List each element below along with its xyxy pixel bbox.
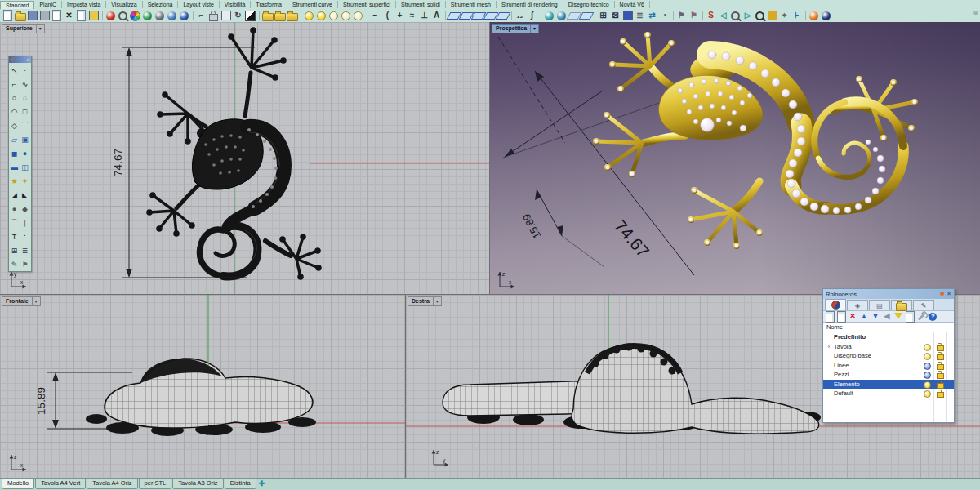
tool-icon-23[interactable]: ʃ (20, 216, 30, 229)
tool-icon-27[interactable]: ≣ (20, 243, 30, 257)
menu-item-seleziona[interactable]: Seleziona (143, 1, 179, 8)
files-tab[interactable] (891, 300, 912, 310)
offset-curve-icon[interactable]: − (369, 10, 381, 22)
color-wheel-icon[interactable] (129, 10, 141, 22)
layer-expander-icon[interactable]: › (826, 344, 832, 350)
layout-tab-distinta[interactable]: Distinta (225, 479, 256, 489)
menu-item-novit-v6[interactable]: Novità V6 (615, 1, 650, 8)
spiral-curve-icon[interactable]: ʃ (526, 10, 538, 22)
menu-item-trasforma[interactable]: Trasforma (251, 1, 287, 8)
layout-tab-tavola-a3-oriz[interactable]: Tavola A3 Oriz (172, 479, 223, 489)
layout-tab-tavola-a4-oriz[interactable]: Tavola A4 Oriz (87, 479, 137, 489)
tool-icon-22[interactable]: ⌒ (9, 216, 20, 229)
layer-visibility-bulb-icon[interactable] (924, 390, 931, 398)
gecko-model-right-view[interactable] (443, 344, 821, 434)
duplicate-layer-icon[interactable] (835, 311, 847, 322)
menu-item-strumenti-superfici[interactable]: Strumenti superfici (338, 1, 396, 8)
layer-book-icon[interactable]: ≣ (634, 10, 646, 22)
curve-from-2-views-icon[interactable]: ₁₂ (514, 10, 526, 22)
menu-item-disegno-tecnico[interactable]: Disegno tecnico (564, 1, 615, 8)
sphere-teal-2-icon[interactable] (555, 10, 568, 22)
tool-icon-28[interactable]: ✎ (9, 257, 20, 271)
tool-icon-17[interactable]: ✦ (20, 174, 30, 188)
tool-palette-titlebar[interactable]: x (9, 56, 31, 63)
print-icon[interactable] (38, 10, 51, 22)
tool-icon-11[interactable]: ▣ (20, 132, 30, 146)
material-orange-icon[interactable] (808, 10, 820, 22)
menu-item-visibilit[interactable]: Visibilità (220, 1, 252, 8)
surface-plane-5-icon[interactable] (497, 10, 509, 22)
lamp-off-2-icon[interactable] (340, 10, 352, 22)
layer-lock-icon[interactable] (937, 345, 944, 351)
tool-icon-13[interactable]: ● (20, 146, 30, 160)
properties-tab[interactable]: ◈ (847, 300, 868, 310)
tsquare-icon[interactable]: ⊦ (791, 10, 803, 22)
stop-render-icon[interactable]: S (705, 10, 717, 22)
history-icon[interactable]: ◔ (658, 10, 670, 22)
rendered-viewport-icon[interactable] (178, 10, 190, 22)
lamp-off-3-icon[interactable] (352, 10, 364, 22)
layer-row-predefinito[interactable]: Predefinito (823, 332, 954, 342)
tool-icon-12[interactable]: ◼ (9, 146, 20, 160)
lock-objects-icon[interactable] (207, 10, 220, 22)
viewport-label-frontale[interactable]: Frontale ▾ (2, 296, 41, 306)
add-layout-button[interactable]: ✚ (257, 479, 267, 488)
chevron-down-icon[interactable]: ▾ (434, 296, 442, 306)
move-layer-up-icon[interactable]: ▲ (858, 311, 870, 322)
tool-icon-6[interactable]: ◠ (9, 105, 20, 118)
annotate-text-icon[interactable]: A (430, 10, 443, 22)
dimension-annotations-3d[interactable]: 15.89 74.67 (498, 37, 694, 275)
layer-row-elemento[interactable]: Elemento (823, 380, 954, 390)
layout-tab-modello[interactable]: Modello (2, 479, 34, 489)
tool-icon-0[interactable]: ↖ (9, 63, 20, 77)
layer-lock-icon[interactable] (937, 354, 944, 360)
menu-item-visualizza[interactable]: Visualizza (106, 1, 142, 8)
tool-icon-3[interactable]: ∿ (20, 77, 30, 91)
layers-panel-titlebar[interactable]: Rhinoceros ✕ (823, 289, 954, 299)
menu-item-standard[interactable]: Standard (0, 1, 34, 9)
tool-icon-24[interactable]: T (9, 229, 20, 243)
layer-visibility-bulb-icon[interactable] (924, 344, 931, 351)
ghosted-viewport-icon[interactable] (154, 10, 166, 22)
viewport-label-prospettica[interactable]: Prospettica ▾ (492, 24, 539, 33)
menu-item-strumenti-curve[interactable]: Strumenti curve (287, 1, 338, 8)
layers-panel[interactable]: Rhinoceros ✕ ◈▤✎ ✕▲▼◀? Nome Predefinito›… (822, 288, 955, 423)
tool-icon-10[interactable]: ▱ (9, 132, 20, 146)
layout-tab-tavola-a4-vert[interactable]: Tavola A4 Vert (35, 479, 86, 489)
flag-1-icon[interactable]: ⚑ (675, 10, 688, 22)
patch-surface-icon[interactable] (580, 10, 592, 22)
chevron-down-icon[interactable]: ▾ (37, 24, 45, 33)
layout-tab-per-stl[interactable]: per STL (139, 479, 172, 489)
rhino-options-tab[interactable] (825, 299, 846, 310)
zoom-in-icon[interactable] (754, 10, 766, 22)
render-box-icon[interactable] (766, 10, 778, 22)
xray-viewport-icon[interactable] (166, 10, 178, 22)
tool-icon-15[interactable]: ◫ (20, 160, 30, 174)
sphere-teal-1-icon[interactable] (543, 10, 555, 22)
tool-icon-9[interactable]: ⌒ (20, 118, 30, 132)
viewport-frontale[interactable]: 15.89 z x Frontale ▾ (0, 295, 406, 478)
panel-close-icon[interactable]: ✕ (947, 289, 951, 299)
panel-pin-icon[interactable] (940, 292, 944, 296)
tool-icon-16[interactable]: ★ (9, 174, 20, 188)
delete-layer-icon[interactable]: ✕ (847, 311, 858, 322)
menu-item-strumenti-solidi[interactable]: Strumenti solidi (396, 1, 446, 8)
viewport-superiore[interactable]: 74.67 y x Superiore ▾ (0, 22, 490, 295)
layers-name-column-header[interactable]: Nome (823, 323, 954, 332)
menu-item-strumenti-di-rendering[interactable]: Strumenti di rendering (497, 1, 564, 8)
layer-visibility-bulb-icon[interactable] (924, 372, 931, 379)
menu-item-layout-viste[interactable]: Layout viste (178, 1, 219, 8)
gecko-model-rendered[interactable] (593, 32, 918, 249)
new-file-icon[interactable] (2, 10, 14, 22)
tool-icon-5[interactable]: ◌ (20, 91, 30, 105)
paste-icon[interactable] (87, 10, 100, 22)
sync-views-icon[interactable]: ⇄ (646, 10, 658, 22)
layer-row-disegno-base[interactable]: Disegno base (823, 351, 954, 361)
tool-icon-1[interactable]: ∙ (20, 63, 30, 77)
layer-lock-icon[interactable] (937, 392, 944, 398)
filter-funnel-icon[interactable] (893, 311, 904, 322)
step-forward-icon[interactable]: ▷ (742, 10, 754, 22)
surface-plane-4-icon[interactable] (484, 10, 497, 22)
layer-folder-2-icon[interactable] (274, 10, 286, 22)
pen-tab[interactable]: ✎ (913, 300, 934, 310)
